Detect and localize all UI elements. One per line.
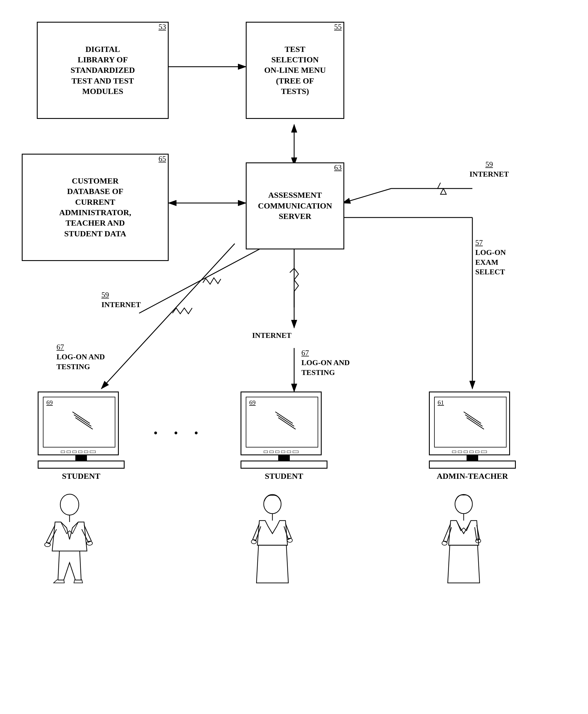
box-number-55: 55 bbox=[334, 22, 342, 32]
diagram: 53 DIGITALLIBRARY OFSTANDARDIZEDTEST AND… bbox=[0, 0, 588, 714]
person-student-left bbox=[38, 493, 101, 603]
svg-point-24 bbox=[60, 494, 79, 515]
digital-library-text: DIGITALLIBRARY OFSTANDARDIZEDTEST AND TE… bbox=[71, 44, 135, 97]
internet-label-right: 59INTERNET bbox=[469, 160, 509, 179]
internet-label-left: 59INTERNET bbox=[101, 290, 141, 310]
student-center-label: STUDENT bbox=[240, 472, 328, 481]
internet-label-center: INTERNET bbox=[252, 331, 292, 341]
box-number-65: 65 bbox=[159, 154, 166, 164]
person-admin-teacher bbox=[432, 493, 496, 603]
logon-testing-center: 67LOG-ON ANDTESTING bbox=[301, 348, 350, 377]
person-student-center bbox=[240, 493, 304, 603]
dots: • • • bbox=[153, 426, 202, 440]
assessment-server-text: ASSESSMENTCOMMUNICATIONSERVER bbox=[258, 190, 332, 222]
svg-line-19 bbox=[277, 415, 294, 426]
box-number-63: 63 bbox=[334, 163, 342, 172]
logon-exam-label: 57LOG-ONEXAMSELECT bbox=[475, 238, 506, 277]
student-left-computer: 69 STUDENT bbox=[38, 391, 125, 481]
student-center-computer: 69 STUDENT bbox=[240, 391, 328, 481]
admin-teacher-label: ADMIN-TEACHER bbox=[429, 472, 516, 481]
admin-teacher-computer: 61 ADMIN-TEACHER bbox=[429, 391, 516, 481]
svg-line-7 bbox=[342, 188, 391, 203]
student-left-label: STUDENT bbox=[38, 472, 125, 481]
customer-database-box: 65 CUSTOMERDATABASE OFCURRENTADMINISTRAT… bbox=[22, 154, 169, 261]
logon-testing-left: 67LOG-ON ANDTESTING bbox=[57, 342, 105, 371]
test-selection-text: TESTSELECTIONON-LINE MENU(TREE OFTESTS) bbox=[264, 44, 326, 97]
svg-line-16 bbox=[74, 415, 91, 426]
box-number-53: 53 bbox=[159, 22, 166, 32]
svg-point-34 bbox=[442, 541, 447, 545]
assessment-server-box: 63 ASSESSMENTCOMMUNICATIONSERVER bbox=[246, 162, 344, 249]
customer-database-text: CUSTOMERDATABASE OFCURRENTADMINISTRATOR,… bbox=[59, 176, 131, 239]
svg-line-22 bbox=[465, 415, 483, 426]
svg-line-12 bbox=[101, 244, 235, 389]
test-selection-box: 55 TESTSELECTIONON-LINE MENU(TREE OFTEST… bbox=[246, 22, 344, 119]
digital-library-box: 53 DIGITALLIBRARY OFSTANDARDIZEDTEST AND… bbox=[37, 22, 169, 119]
